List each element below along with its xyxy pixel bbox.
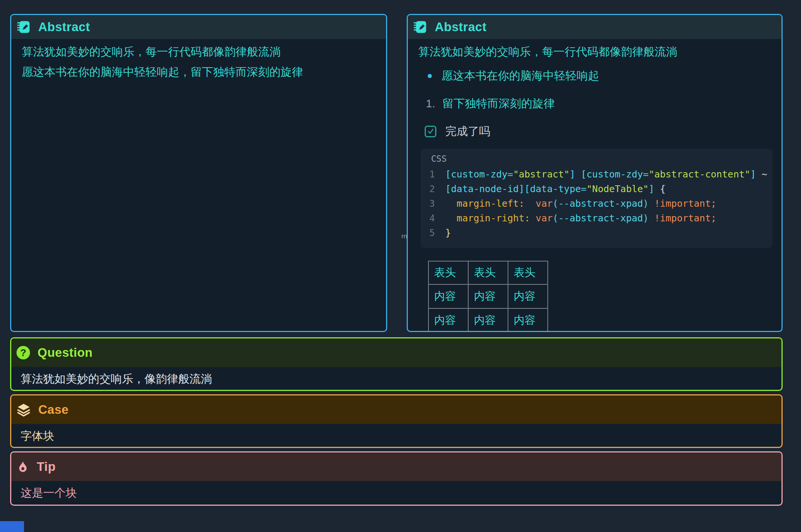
paragraph: 算法犹如美妙的交响乐，每一行代码都像韵律般流淌 bbox=[418, 45, 772, 59]
help-circle-icon: ? bbox=[17, 346, 30, 359]
code-line-text: margin-right: var(--abstract-xpad) !impo… bbox=[445, 213, 717, 224]
callout-body: 字体块 bbox=[11, 424, 781, 448]
code-block: CSS 1[custom-zdy="abstract"] [custom-zdy… bbox=[421, 149, 772, 248]
paragraph: 这是一个块 bbox=[21, 485, 77, 501]
callout-body: 算法犹如美妙的交响乐，每一行代码都像韵律般流淌 愿这本书在你的脑海中轻轻响起，留… bbox=[11, 39, 386, 89]
code-line-number: 2 bbox=[428, 184, 435, 194]
table-header-cell: 表头 bbox=[428, 261, 468, 284]
code-line-number: 1 bbox=[428, 169, 435, 180]
task-list-item: 完成了吗 bbox=[418, 125, 772, 138]
code-line: 3 margin-left: var(--abstract-xpad) !imp… bbox=[428, 198, 766, 213]
code-line: 4 margin-right: var(--abstract-xpad) !im… bbox=[428, 213, 766, 227]
notebook-pen-icon bbox=[413, 20, 427, 34]
code-line: 2[data-node-id][data-type="NodeTable"] { bbox=[428, 183, 766, 198]
table-cell: 内容 bbox=[508, 284, 548, 308]
stray-text: rn bbox=[401, 233, 407, 240]
table-cell: 内容 bbox=[508, 308, 548, 332]
table-cell: 内容 bbox=[428, 308, 468, 332]
table-header-cell: 表头 bbox=[508, 261, 548, 284]
table-header-cell: 表头 bbox=[468, 261, 508, 284]
code-line: 5} bbox=[428, 227, 766, 242]
callout-abstract-right-header: Abstract bbox=[408, 15, 781, 39]
blue-corner-artifact bbox=[0, 521, 24, 532]
callout-body: 算法犹如美妙的交响乐，像韵律般流淌 bbox=[11, 367, 781, 391]
page: Abstract 算法犹如美妙的交响乐，每一行代码都像韵律般流淌 愿这本书在你的… bbox=[0, 0, 801, 532]
task-label: 完成了吗 bbox=[445, 125, 490, 138]
ordered-number: 1. bbox=[426, 97, 442, 110]
layers-icon bbox=[17, 403, 31, 417]
code-line-text: margin-left: var(--abstract-xpad) !impor… bbox=[445, 198, 717, 209]
table-cell: 内容 bbox=[468, 284, 508, 308]
code-language-label: CSS bbox=[428, 154, 766, 164]
callout-body: 算法犹如美妙的交响乐，每一行代码都像韵律般流淌 愿这本书在你的脑海中轻轻响起 1… bbox=[408, 39, 781, 332]
callout-case-header: Case bbox=[11, 395, 781, 424]
callout-case: Case 字体块 bbox=[10, 394, 783, 448]
flame-icon bbox=[17, 460, 29, 473]
ordered-text: 留下独特而深刻的旋律 bbox=[442, 97, 555, 110]
code-line-text: [data-node-id][data-type="NodeTable"] { bbox=[445, 183, 666, 194]
content-table: 表头表头表头内容内容内容内容内容内容 bbox=[428, 261, 548, 332]
code-line-text: [custom-zdy="abstract"] [custom-zdy="abs… bbox=[445, 169, 767, 180]
callout-question-header: ? Question bbox=[11, 338, 781, 367]
code-line-number: 5 bbox=[428, 228, 435, 238]
callout-title: Case bbox=[38, 403, 69, 417]
code-line-text: } bbox=[445, 227, 451, 238]
code-lines: 1[custom-zdy="abstract"] [custom-zdy="ab… bbox=[428, 169, 766, 242]
ordered-list-item: 1. 留下独特而深刻的旋律 bbox=[418, 97, 772, 110]
paragraph: 算法犹如美妙的交响乐，像韵律般流淌 bbox=[21, 371, 212, 387]
bullet-text: 愿这本书在你的脑海中轻轻响起 bbox=[442, 69, 599, 83]
code-line: 1[custom-zdy="abstract"] [custom-zdy="ab… bbox=[428, 169, 766, 183]
code-line-number: 3 bbox=[428, 198, 435, 209]
callout-title: Question bbox=[38, 346, 93, 360]
callout-title: Abstract bbox=[38, 20, 90, 34]
paragraph: 愿这本书在你的脑海中轻轻响起，留下独特而深刻的旋律 bbox=[22, 65, 377, 79]
code-line-number: 4 bbox=[428, 213, 435, 224]
callout-body: 这是一个块 bbox=[11, 481, 781, 505]
table-cell: 内容 bbox=[428, 284, 468, 308]
paragraph: 算法犹如美妙的交响乐，每一行代码都像韵律般流淌 bbox=[22, 45, 377, 59]
paragraph: 字体块 bbox=[21, 428, 54, 444]
bullet-list-item: 愿这本书在你的脑海中轻轻响起 bbox=[418, 69, 772, 83]
callout-tip: Tip 这是一个块 bbox=[10, 451, 783, 506]
table-row: 内容内容内容 bbox=[428, 308, 548, 332]
callout-abstract-left: Abstract 算法犹如美妙的交响乐，每一行代码都像韵律般流淌 愿这本书在你的… bbox=[10, 14, 387, 332]
callout-abstract-left-header: Abstract bbox=[11, 15, 386, 39]
checkbox-checked-icon[interactable] bbox=[425, 126, 436, 137]
table-cell: 内容 bbox=[468, 308, 508, 332]
table-row: 内容内容内容 bbox=[428, 284, 548, 308]
bullet-icon bbox=[428, 74, 432, 78]
callout-title: Abstract bbox=[435, 20, 487, 34]
callout-title: Tip bbox=[37, 460, 56, 474]
notebook-pen-icon bbox=[17, 20, 31, 34]
callout-abstract-right: Abstract 算法犹如美妙的交响乐，每一行代码都像韵律般流淌 愿这本书在你的… bbox=[407, 14, 783, 332]
callout-tip-header: Tip bbox=[11, 452, 781, 481]
callout-question: ? Question 算法犹如美妙的交响乐，像韵律般流淌 bbox=[10, 337, 783, 391]
